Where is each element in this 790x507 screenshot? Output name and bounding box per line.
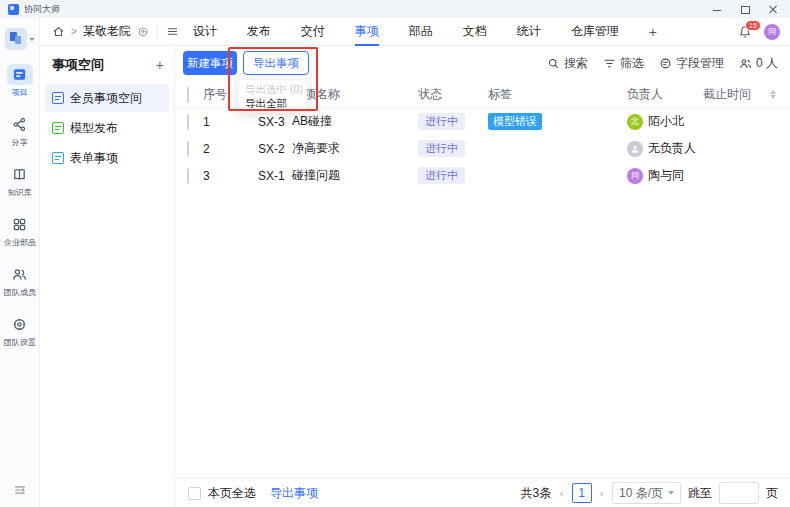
switch-project-icon[interactable] [137,26,149,38]
filter-icon [603,57,616,70]
online-members[interactable]: 0 人 [739,55,778,72]
tab-publish[interactable]: 发布 [247,18,271,46]
rail-item-share[interactable]: 分享 [0,114,39,149]
tab-stats[interactable]: 统计 [517,18,541,46]
rail-item-project[interactable]: 项目 [0,64,39,99]
jump-page-input[interactable] [719,482,759,504]
owner-name: 陶与同 [648,167,684,184]
new-item-button[interactable]: 新建事项 [183,51,237,75]
rail-item-enterprise-parts[interactable]: 企业部品 [0,214,39,249]
space-item-all-members[interactable]: 全员事项空间 [45,84,169,112]
project-menu-icon[interactable] [166,25,179,38]
pagination: 共3条 ‹ 1 › 10 条/页 跳至 页 [520,482,778,504]
rail-item-knowledge[interactable]: 知识库 [0,164,39,199]
people-icon [739,57,752,70]
next-page-icon[interactable]: › [599,487,605,500]
app-logo-icon [8,4,19,15]
col-name: 事项名称 [292,86,418,103]
titlebar: 协同大师 [0,0,790,18]
space-doc-icon [52,152,64,164]
gear-icon [7,314,33,335]
project-name[interactable]: 某敬老院 [83,23,131,40]
rail-item-team-settings[interactable]: 团队设置 [0,314,39,349]
field-manage-icon [659,57,672,70]
items-toolbar: 新建事项 导出事项 搜索 筛选 字段管理 0 人 [175,50,790,76]
minimize-icon[interactable] [712,4,722,14]
item-space-panel: 事项空间 + 全员事项空间 模型发布 表单事项 [40,46,175,507]
tab-design[interactable]: 设计 [193,18,217,46]
share-icon [7,114,33,135]
sort-icon[interactable] [770,90,776,99]
kanban-icon [7,64,33,85]
select-all-page-checkbox[interactable] [188,487,201,500]
select-all-label: 本页全选 [208,485,256,502]
members-icon [7,264,33,285]
space-doc-icon [52,122,64,134]
tab-delivery[interactable]: 交付 [301,18,325,46]
left-rail: 项目 分享 知识库 企业部品 [0,18,40,507]
maximize-icon[interactable] [740,4,750,14]
home-icon[interactable] [52,25,65,38]
tab-items[interactable]: 事项 [355,18,379,46]
tab-parts[interactable]: 部品 [409,18,433,46]
tab-docs[interactable]: 文档 [463,18,487,46]
chevron-down-icon [29,38,35,41]
export-dropdown-menu: 导出选中 (0) 导出全部 [237,79,307,113]
grid-icon [7,214,33,235]
page-size-select[interactable]: 10 条/页 [612,482,681,504]
user-avatar[interactable]: 同 [764,24,780,40]
total-count: 共3条 [520,485,551,502]
items-main: 新建事项 导出事项 搜索 筛选 字段管理 0 人 [175,46,790,507]
divider [157,26,158,38]
collapse-sidebar-button[interactable] [13,483,27,497]
app-window: 协同大师 项目 分享 [0,0,790,507]
search-icon [547,57,560,70]
col-deadline: 截止时间 [703,86,751,103]
menu-item-export-all[interactable]: 导出全部 [238,96,306,110]
table-row[interactable]: 3 SX-1 碰撞问题 进行中 同 陶与同 [175,162,790,189]
status-badge: 进行中 [418,167,465,184]
col-tag: 标签 [488,86,627,103]
avatar: 北 [627,114,643,130]
notifications-button[interactable]: 15 [738,25,752,39]
status-badge: 进行中 [418,113,465,130]
rail-item-team-members[interactable]: 团队成员 [0,264,39,299]
current-page-button[interactable]: 1 [572,483,592,503]
tab-warehouse[interactable]: 仓库管理 [571,18,619,46]
footer-export-link[interactable]: 导出事项 [270,485,318,502]
filter-button[interactable]: 筛选 [603,55,644,72]
search-button[interactable]: 搜索 [547,55,588,72]
row-checkbox[interactable] [187,168,189,184]
col-status: 状态 [418,86,488,103]
book-icon [7,164,33,185]
workspace-switcher[interactable] [5,28,35,50]
project-header: > 某敬老院 设计 发布 交付 事项 部品 文档 统计 仓库管理 + 15 [40,18,790,46]
table-row[interactable]: 2 SX-2 净高要求 进行中 无负责人 [175,135,790,162]
field-manage-button[interactable]: 字段管理 [659,55,724,72]
add-space-button[interactable]: + [156,57,164,73]
close-icon[interactable] [768,4,778,14]
breadcrumb-separator: > [71,26,77,37]
notification-badge: 15 [745,20,761,31]
space-item-model-publish[interactable]: 模型发布 [45,114,169,142]
row-checkbox[interactable] [187,141,189,157]
workspace-logo-icon [5,28,27,50]
chevron-down-icon [668,491,674,495]
owner-name: 无负责人 [648,140,696,157]
status-badge: 进行中 [418,140,465,157]
row-checkbox[interactable] [187,114,189,130]
space-item-form-items[interactable]: 表单事项 [45,144,169,172]
avatar: 同 [627,168,643,184]
tag-badge: 模型错误 [488,113,542,130]
select-all-checkbox[interactable] [187,87,189,103]
module-tabs: 设计 发布 交付 事项 部品 文档 统计 仓库管理 + [193,18,657,46]
add-tab-button[interactable]: + [649,24,657,40]
no-owner-avatar-icon [627,141,643,157]
app-title: 协同大师 [24,3,60,16]
table-footer: 本页全选 导出事项 共3条 ‹ 1 › 10 条/页 跳至 页 [175,478,790,507]
export-item-button[interactable]: 导出事项 [243,51,309,75]
prev-page-icon[interactable]: ‹ [558,487,564,500]
menu-item-export-selected: 导出选中 (0) [238,82,306,96]
jump-to-label: 跳至 [688,485,712,502]
breadcrumb: > 某敬老院 [52,23,179,40]
